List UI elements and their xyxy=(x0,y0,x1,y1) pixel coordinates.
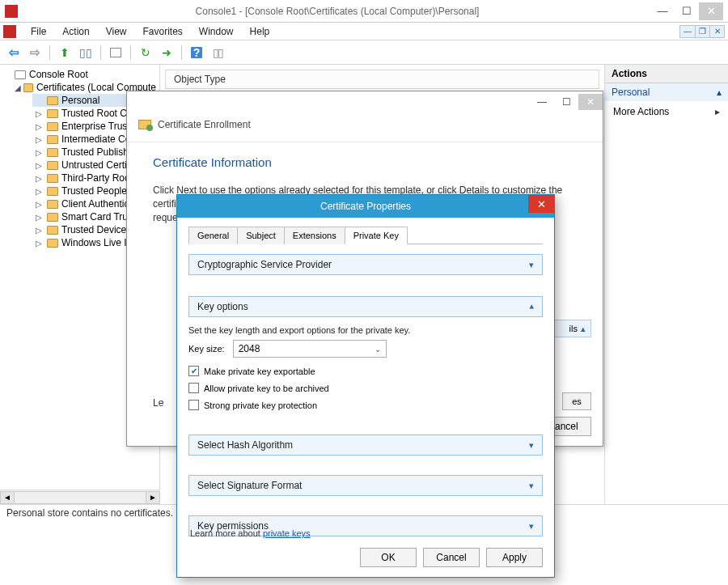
expander-icon[interactable]: ▷ xyxy=(36,135,45,144)
tab-private-key[interactable]: Private Key xyxy=(345,227,408,244)
archive-checkbox-row[interactable]: Allow private key to be archived xyxy=(188,383,543,393)
expander-icon[interactable]: ▷ xyxy=(36,187,45,196)
expander-icon[interactable]: ▷ xyxy=(36,239,45,248)
ok-button[interactable]: OK xyxy=(360,548,417,567)
menu-favorites[interactable]: Favorites xyxy=(135,24,191,39)
details-label: ils xyxy=(569,324,578,333)
hash-algorithm-dropdown[interactable]: Select Hash Algorithm ▾ xyxy=(188,435,543,456)
key-size-row: Key size: 2048 ⌄ xyxy=(188,340,543,358)
tree-root-label: Console Root xyxy=(29,69,88,80)
tab-extensions[interactable]: Extensions xyxy=(284,227,345,244)
export-list-button[interactable]: ➜ xyxy=(158,44,176,61)
strong-protection-checkbox-row[interactable]: Strong private key protection xyxy=(188,400,543,410)
window-controls: — ☐ ✕ xyxy=(650,2,723,20)
scroll-left-button[interactable]: ◄ xyxy=(0,491,15,504)
tree-label: Personal xyxy=(61,95,99,106)
scroll-track[interactable] xyxy=(15,491,146,504)
maximize-button[interactable]: ☐ xyxy=(675,2,699,20)
apply-button[interactable]: Apply xyxy=(486,548,543,567)
tree-label: Intermediate Cer xyxy=(61,134,133,145)
checkbox-checked-icon[interactable]: ✔ xyxy=(188,366,199,376)
enrollment-maximize[interactable]: ☐ xyxy=(554,94,578,110)
expander-icon[interactable]: ▷ xyxy=(36,122,45,131)
folder-icon xyxy=(15,70,26,79)
close-button[interactable]: ✕ xyxy=(699,2,723,20)
up-button[interactable]: ⬆ xyxy=(56,44,74,61)
chevron-up-icon: ▾ xyxy=(529,302,534,312)
expander-icon[interactable]: ▷ xyxy=(36,200,45,209)
column-header-object-type[interactable]: Object Type xyxy=(165,70,599,89)
sig-label: Select Signature Format xyxy=(197,480,302,491)
actions-section-label: Personal xyxy=(612,87,650,98)
properties-tabstrip: General Subject Extensions Private Key xyxy=(188,226,543,244)
mdi-restore[interactable]: ❐ xyxy=(695,26,709,37)
learn-more-partial: Le xyxy=(153,397,163,409)
folder-icon xyxy=(47,148,58,157)
archive-label: Allow private key to be archived xyxy=(204,384,329,393)
tree-label: Smart Card Trust xyxy=(61,211,135,223)
mdi-close[interactable]: ✕ xyxy=(709,26,724,37)
expander-icon[interactable]: ▷ xyxy=(36,161,45,170)
enrollment-titlebar: — ☐ ✕ xyxy=(127,91,603,112)
tree-label: Client Authentic xyxy=(61,198,129,210)
checkbox-unchecked-icon[interactable] xyxy=(188,383,199,393)
properties-button-partial[interactable]: es xyxy=(562,392,591,410)
expander-icon[interactable]: ▷ xyxy=(36,174,45,183)
menu-window[interactable]: Window xyxy=(191,24,242,39)
expander-icon[interactable]: ▷ xyxy=(36,226,45,235)
help-button[interactable]: ? xyxy=(188,44,205,61)
expander-icon[interactable]: ▷ xyxy=(36,148,45,157)
forward-button[interactable]: ⇨ xyxy=(26,44,44,61)
menu-help[interactable]: Help xyxy=(242,24,278,39)
chevron-down-icon: ⌄ xyxy=(375,345,381,354)
certificate-properties-dialog: Certificate Properties ✕ General Subject… xyxy=(176,194,555,578)
menu-file[interactable]: File xyxy=(23,24,54,39)
mdi-minimize[interactable]: — xyxy=(680,26,695,37)
enrollment-title-text: Certificate Enrollment xyxy=(158,119,251,130)
learn-more-text: Learn more about xyxy=(190,528,263,538)
csp-dropdown[interactable]: Cryptographic Service Provider ▾ xyxy=(188,254,543,275)
properties-footer: OK Cancel Apply xyxy=(360,548,543,567)
window-title: Console1 - [Console Root\Certificates (L… xyxy=(24,6,650,17)
actions-pane: Actions Personal ▴ More Actions ▸ xyxy=(605,65,728,518)
properties-body: General Subject Extensions Private Key C… xyxy=(177,218,554,553)
signature-format-dropdown[interactable]: Select Signature Format ▾ xyxy=(188,475,543,496)
menu-action[interactable]: Action xyxy=(54,24,97,39)
minimize-button[interactable]: — xyxy=(650,2,675,20)
tree-label: Trusted Publishe xyxy=(61,146,134,158)
certificate-icon xyxy=(138,120,151,129)
exportable-checkbox-row[interactable]: ✔ Make private key exportable xyxy=(188,366,543,376)
details-toggle[interactable]: ils ▴ xyxy=(549,320,591,337)
show-hide-tree-button[interactable]: ▯▯ xyxy=(77,44,95,61)
more-actions[interactable]: More Actions ▸ xyxy=(605,101,728,122)
enrollment-minimize[interactable]: — xyxy=(530,94,554,110)
properties-button[interactable] xyxy=(107,44,125,61)
folder-icon xyxy=(47,96,58,105)
expander-icon[interactable]: ▷ xyxy=(36,109,45,118)
tree-root[interactable]: Console Root xyxy=(0,68,159,81)
main-window-titlebar: Console1 - [Console Root\Certificates (L… xyxy=(0,0,728,23)
key-options-label: Key options xyxy=(197,301,248,312)
exportable-label: Make private key exportable xyxy=(204,367,315,376)
tree-horizontal-scrollbar[interactable]: ◄ ► xyxy=(0,490,160,504)
expander-icon[interactable]: ▷ xyxy=(36,213,45,222)
key-size-select[interactable]: 2048 ⌄ xyxy=(233,340,387,358)
folder-icon xyxy=(47,122,58,131)
cancel-button[interactable]: Cancel xyxy=(423,548,480,567)
menu-view[interactable]: View xyxy=(98,24,135,39)
private-keys-link[interactable]: private keys xyxy=(263,528,311,538)
properties-close-button[interactable]: ✕ xyxy=(528,195,554,213)
tab-subject[interactable]: Subject xyxy=(237,227,285,244)
scroll-right-button[interactable]: ► xyxy=(146,491,160,504)
refresh-button[interactable]: ↻ xyxy=(137,44,154,61)
toolbar-overflow[interactable]: ▯▯ xyxy=(209,44,226,61)
key-size-value: 2048 xyxy=(239,343,260,354)
actions-section-personal[interactable]: Personal ▴ xyxy=(605,83,728,101)
tab-general[interactable]: General xyxy=(188,227,238,244)
expander-icon[interactable]: ◢ xyxy=(15,83,22,92)
folder-icon xyxy=(47,187,58,196)
enrollment-close[interactable]: ✕ xyxy=(578,94,603,110)
back-button[interactable]: ⇦ xyxy=(5,44,23,61)
checkbox-unchecked-icon[interactable] xyxy=(188,400,199,410)
key-options-dropdown[interactable]: Key options ▾ xyxy=(188,296,543,317)
